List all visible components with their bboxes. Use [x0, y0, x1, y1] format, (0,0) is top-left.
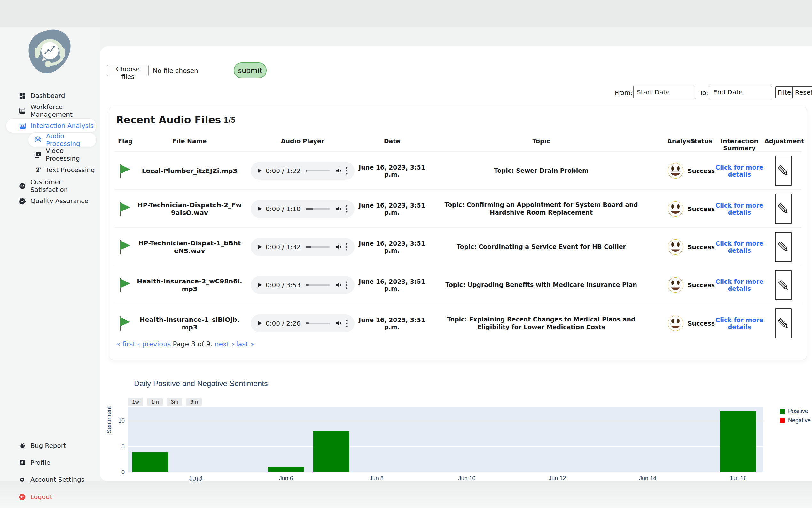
- x-tick-label: Jun 16: [719, 475, 757, 481]
- chart-title: Daily Positive and Negative Sentiments: [134, 379, 268, 388]
- sentiment-emoji-icon: [668, 277, 683, 293]
- details-link[interactable]: Click for more details: [711, 278, 768, 292]
- audio-time: 0:00 / 1:22: [266, 167, 300, 175]
- date-text: June 16, 2023, 3:51 p.m.: [355, 164, 429, 178]
- adjustment-button[interactable]: [775, 308, 792, 338]
- details-link[interactable]: Click for more details: [711, 202, 768, 216]
- x-tick-label: Jun 14: [628, 475, 667, 481]
- play-icon[interactable]: [257, 244, 262, 250]
- adjustment-button[interactable]: [775, 156, 792, 186]
- adjustment-button[interactable]: [775, 270, 792, 300]
- pencil-icon: [777, 164, 790, 177]
- details-link[interactable]: Click for more details: [711, 164, 768, 178]
- sidebar-item-bug-report[interactable]: Bug Report: [6, 438, 97, 453]
- kebab-menu-icon[interactable]: [346, 281, 348, 289]
- range-button-3m[interactable]: 3m: [167, 398, 182, 406]
- kebab-menu-icon[interactable]: [346, 243, 348, 251]
- submit-button[interactable]: submit: [234, 62, 267, 78]
- sidebar-item-logout[interactable]: Logout: [6, 490, 97, 504]
- sentiment-emoji-icon: [668, 239, 683, 255]
- volume-icon[interactable]: [335, 205, 342, 212]
- sidebar-item-audio-processing[interactable]: Audio Processing: [28, 132, 97, 147]
- sidebar-item-customer-satisfaction[interactable]: Customer Satisfaction: [6, 178, 97, 193]
- date-text: June 16, 2023, 3:51 p.m.: [355, 202, 429, 216]
- flag-icon[interactable]: [119, 277, 131, 293]
- legend-label: Positive: [788, 408, 808, 415]
- sidebar-item-label: Profile: [30, 459, 50, 466]
- sidebar-item-video-processing[interactable]: Video Processing: [28, 147, 97, 162]
- adjustment-button[interactable]: [775, 194, 792, 224]
- dashboard-icon: [18, 92, 26, 99]
- pagination: « first‹ previousPage 3 of 9.next ›last …: [116, 340, 256, 348]
- volume-icon[interactable]: [335, 167, 342, 174]
- file-name: HP-Technician-Dispatch-2_Fw9aIsO.wav: [137, 201, 242, 217]
- col-header-player: Audio Player: [251, 137, 354, 144]
- play-icon[interactable]: [257, 282, 262, 288]
- range-button-1m[interactable]: 1m: [147, 398, 163, 406]
- range-button-1w[interactable]: 1w: [128, 398, 143, 406]
- chart-legend: PositiveNegative: [780, 408, 811, 426]
- volume-icon[interactable]: [335, 320, 342, 327]
- table-title: Recent Audio Files1/5: [116, 114, 236, 125]
- audio-seek-bar[interactable]: [305, 208, 330, 210]
- details-link[interactable]: Click for more details: [711, 240, 768, 254]
- file-name: Health-Insurance-2_wC98n6i.mp3: [137, 278, 242, 293]
- kebab-menu-icon[interactable]: [346, 205, 348, 213]
- file-name: Local-Plumber_itzEJZi.mp3: [142, 167, 238, 175]
- flag-icon[interactable]: [119, 163, 131, 179]
- pagination-current: Page 3 of 9.: [173, 340, 212, 348]
- sidebar-item-label: Workforce Management: [30, 103, 97, 118]
- sidebar-item-interaction-analysis[interactable]: Interaction Analysis: [6, 118, 97, 133]
- audio-seek-bar[interactable]: [305, 323, 330, 324]
- range-button-6m[interactable]: 6m: [186, 398, 202, 406]
- adjustment-button[interactable]: [775, 232, 792, 262]
- end-date-input[interactable]: [710, 86, 772, 98]
- sidebar: Dashboard Workforce Management Interacti…: [0, 27, 100, 481]
- legend-item-positive[interactable]: Positive: [780, 408, 811, 415]
- volume-icon[interactable]: [335, 243, 342, 251]
- play-icon[interactable]: [257, 206, 262, 211]
- audio-time: 0:00 / 2:26: [266, 320, 300, 327]
- topic-text: Topic: Explaining Recent Changes to Medi…: [431, 316, 652, 331]
- audio-seek-bar[interactable]: [305, 170, 330, 171]
- choose-files-button[interactable]: Choose files: [107, 65, 149, 77]
- volume-icon[interactable]: [335, 281, 342, 289]
- kebab-menu-icon[interactable]: [346, 167, 348, 175]
- sidebar-item-label: Dashboard: [30, 92, 65, 99]
- sidebar-item-text-processing[interactable]: Text Processing: [28, 163, 97, 177]
- sidebar-item-dashboard[interactable]: Dashboard: [6, 88, 97, 103]
- file-name: Health-Insurance-1_slBiOjb.mp3: [137, 316, 242, 331]
- reset-button[interactable]: Reset: [793, 86, 812, 98]
- flag-icon[interactable]: [119, 315, 131, 331]
- audio-seek-bar[interactable]: [305, 284, 330, 286]
- start-date-input[interactable]: [633, 86, 695, 98]
- audio-seek-bar[interactable]: [305, 246, 330, 248]
- audio-player: 0:00 / 1:10: [251, 200, 354, 218]
- kebab-menu-icon[interactable]: [346, 319, 348, 328]
- pencil-icon: [777, 317, 790, 330]
- sidebar-item-workforce-management[interactable]: Workforce Management: [6, 103, 97, 118]
- play-icon[interactable]: [257, 321, 262, 326]
- flag-icon[interactable]: [119, 239, 131, 255]
- pencil-icon: [777, 203, 790, 215]
- audio-player: 0:00 / 2:26: [251, 314, 354, 332]
- pagination-last[interactable]: last »: [236, 340, 254, 348]
- gridline: [128, 446, 763, 447]
- sidebar-item-label: Audio Processing: [46, 132, 96, 147]
- sidebar-item-quality-assurance[interactable]: Quality Assurance: [6, 194, 97, 208]
- details-link[interactable]: Click for more details: [711, 316, 768, 331]
- sidebar-item-account-settings[interactable]: Account Settings: [6, 472, 97, 487]
- legend-item-negative[interactable]: Negative: [780, 417, 811, 424]
- no-file-chosen-text: No file chosen: [153, 67, 198, 75]
- flag-icon[interactable]: [119, 201, 131, 217]
- pencil-icon: [777, 279, 790, 291]
- pagination-previous[interactable]: ‹ previous: [138, 340, 171, 348]
- col-header-date: Date: [355, 137, 429, 144]
- play-icon[interactable]: [257, 168, 262, 173]
- topic-text: Topic: Sewer Drain Problem: [494, 167, 588, 175]
- pagination-first[interactable]: « first: [116, 340, 136, 348]
- table-row: HP-Technician-Dispat-1_bBhteNS.wav 0:00 …: [109, 228, 807, 266]
- pagination-next[interactable]: next ›: [214, 340, 234, 348]
- y-tick-label: 5: [101, 443, 125, 450]
- sidebar-item-profile[interactable]: Profile: [6, 455, 97, 470]
